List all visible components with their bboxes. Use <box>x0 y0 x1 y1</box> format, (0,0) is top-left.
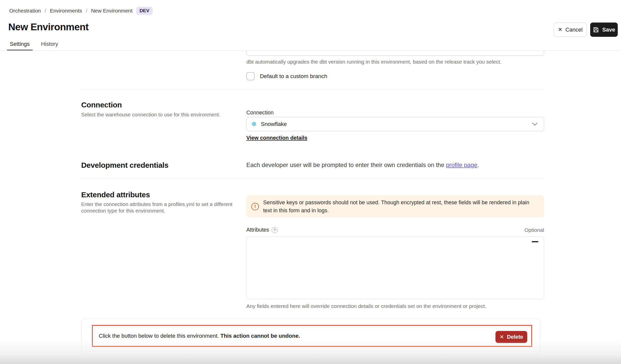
connection-select[interactable]: ❄ Snowflake <box>246 117 544 131</box>
breadcrumb-environments[interactable]: Environments <box>50 8 82 14</box>
delete-message-regular: Click the button below to delete this en… <box>99 333 221 339</box>
alert-circle-icon: ! <box>251 203 259 210</box>
extended-attributes-description: Enter the connection attributes from a p… <box>81 201 243 214</box>
close-icon: ✕ <box>499 334 504 340</box>
delete-message-bold: This action cannot be undone. <box>221 333 300 339</box>
custom-branch-checkbox[interactable] <box>246 72 255 80</box>
section-divider <box>81 178 544 178</box>
custom-branch-row: Default to a custom branch <box>246 72 327 80</box>
dev-badge: DEV <box>136 7 153 15</box>
page-title: New Environment <box>8 22 88 33</box>
sensitive-keys-warning: ! Sensitive keys or passwords should not… <box>246 196 544 217</box>
save-icon <box>593 27 599 33</box>
cancel-button-label: Cancel <box>565 27 582 33</box>
attributes-field-label: Attributes <box>246 227 269 233</box>
tab-settings[interactable]: Settings <box>7 39 33 51</box>
page-header: Orchestration / Environments / New Envir… <box>0 0 621 51</box>
attributes-editor[interactable] <box>246 236 544 299</box>
danger-zone-card: Click the button below to delete this en… <box>81 318 540 355</box>
breadcrumb-new-environment[interactable]: New Environment <box>91 8 133 14</box>
delete-highlight-box: Click the button below to delete this en… <box>92 325 532 347</box>
custom-branch-label: Default to a custom branch <box>260 73 327 80</box>
devcred-text-before: Each developer user will be prompted to … <box>246 161 446 168</box>
breadcrumb-orchestration[interactable]: Orchestration <box>9 8 41 14</box>
optional-label: Optional <box>525 227 544 233</box>
connection-field-label: Connection <box>246 110 274 116</box>
tab-bar: Settings History <box>7 39 61 51</box>
delete-message: Click the button below to delete this en… <box>99 333 300 339</box>
attributes-helper: Any fields entered here will override co… <box>246 303 486 309</box>
close-icon: ✕ <box>558 27 562 32</box>
development-credentials-text: Each developer user will be prompted to … <box>246 161 479 168</box>
devcred-text-after: . <box>477 161 479 168</box>
breadcrumb-separator: / <box>86 8 87 14</box>
profile-page-link[interactable]: profile page <box>446 161 477 168</box>
connection-description: Select the warehouse connection to use f… <box>81 111 242 118</box>
development-credentials-heading: Development credentials <box>81 161 168 169</box>
view-connection-details-link[interactable]: View connection details <box>246 135 307 141</box>
attributes-label-row: Attributes ? Optional <box>246 227 544 233</box>
release-track-helper: dbt automatically upgrades the dbt versi… <box>246 59 501 65</box>
delete-button-label: Delete <box>507 334 523 340</box>
help-icon[interactable]: ? <box>272 227 278 233</box>
breadcrumb: Orchestration / Environments / New Envir… <box>9 7 153 15</box>
chevron-down-icon <box>532 122 538 126</box>
delete-button[interactable]: ✕ Delete <box>495 331 527 343</box>
section-divider <box>81 89 544 90</box>
collapse-icon[interactable] <box>532 241 538 242</box>
environment-settings-page: Orchestration / Environments / New Envir… <box>0 0 621 364</box>
cancel-button[interactable]: ✕ Cancel <box>554 23 587 37</box>
save-button[interactable]: Save <box>590 23 618 37</box>
snowflake-icon: ❄ <box>251 121 257 127</box>
warning-text: Sensitive keys or passwords should not b… <box>263 199 539 215</box>
save-button-label: Save <box>602 27 615 33</box>
tab-history[interactable]: History <box>38 39 61 51</box>
connection-selected-value: Snowflake <box>261 121 532 127</box>
connection-heading: Connection <box>81 101 122 109</box>
extended-attributes-heading: Extended attributes <box>81 191 150 199</box>
breadcrumb-separator: / <box>45 8 46 14</box>
